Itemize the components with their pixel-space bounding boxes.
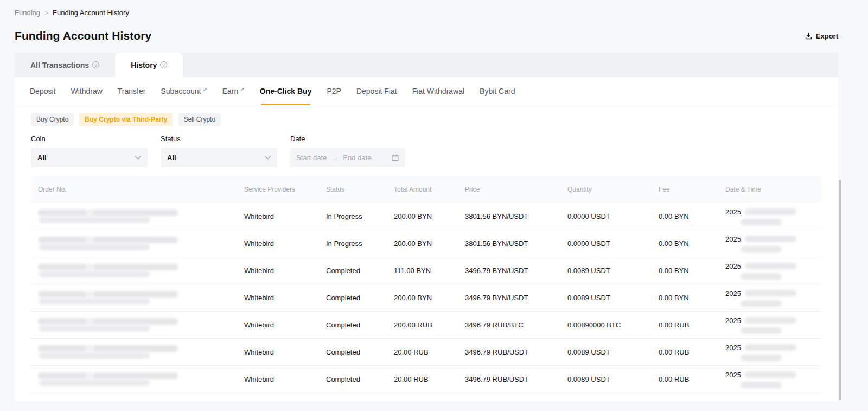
subtab-subaccount[interactable]: Subaccount	[161, 77, 207, 105]
order-no-cell	[31, 318, 237, 332]
price-cell: 3801.56 BYN/USDT	[458, 212, 560, 220]
date-filter: Date Start date → End date	[290, 135, 405, 167]
subtab-p2p[interactable]: P2P	[327, 77, 341, 105]
redacted-time	[741, 273, 782, 280]
redacted-order-no	[38, 209, 178, 224]
redacted-date	[745, 344, 796, 351]
provider-cell: Whitebird	[237, 239, 319, 248]
status-select-value: All	[167, 154, 176, 162]
fee-cell: 0.00 RUB	[652, 375, 718, 383]
table-header-row: Order No.Service ProvidersStatusTotal Am…	[31, 176, 822, 203]
date-year: 2025	[725, 262, 741, 270]
subtab-transfer[interactable]: Transfer	[118, 77, 146, 105]
quantity-cell: 0.0000 USDT	[560, 212, 652, 220]
export-button[interactable]: Export	[805, 32, 838, 40]
redacted-bar	[38, 210, 178, 216]
main-tab-bar: All Transactions History	[15, 53, 838, 77]
table-row: WhitebirdCompleted200.00 BYN3496.79 BYN/…	[31, 284, 822, 312]
column-header-total-amount: Total Amount	[387, 186, 458, 193]
subtab-fiat-withdrawal[interactable]: Fiat Withdrawal	[412, 77, 464, 105]
redacted-order-no	[38, 236, 178, 251]
status-filter: Status All	[161, 135, 277, 167]
top-bar: Funding Funding Account History Funding …	[0, 0, 868, 44]
subtab-withdraw[interactable]: Withdraw	[71, 77, 102, 105]
date-time-cell: 2025	[718, 317, 822, 334]
subtab-deposit[interactable]: Deposit	[30, 77, 55, 105]
subtab-bybit-card[interactable]: Bybit Card	[480, 77, 515, 105]
status-cell: Completed	[319, 267, 387, 275]
redacted-date	[745, 371, 796, 378]
chip-buy-crypto-via-third-party[interactable]: Buy Crypto via Third-Party	[79, 113, 173, 126]
redacted-order-no	[38, 345, 178, 359]
date-time-cell: 2025	[718, 371, 822, 388]
info-icon[interactable]	[160, 61, 167, 68]
coin-filter: Coin All	[31, 135, 148, 167]
price-cell: 3496.79 RUB/BTC	[458, 321, 560, 329]
date-time-cell: 2025	[718, 344, 822, 361]
date-line: 2025	[725, 371, 822, 379]
subtab-earn[interactable]: Earn	[222, 77, 245, 105]
status-select[interactable]: All	[161, 148, 277, 167]
status-cell: In Progress	[319, 239, 387, 248]
breadcrumb: Funding Funding Account History	[15, 9, 838, 17]
column-header-service-providers: Service Providers	[237, 186, 319, 193]
redacted-order-no	[38, 318, 178, 332]
subtab-label: One-Click Buy	[260, 87, 312, 96]
total-amount-cell: 200.00 BYN	[387, 212, 458, 220]
order-no-cell	[31, 290, 237, 305]
subtab-label: Bybit Card	[480, 87, 515, 96]
quantity-cell: 0.0089 USDT	[560, 267, 652, 275]
table-body: WhitebirdIn Progress200.00 BYN3801.56 BY…	[31, 203, 822, 393]
redacted-bar	[39, 380, 150, 386]
export-label: Export	[816, 32, 838, 40]
page-title: Funding Account History	[15, 29, 151, 42]
history-subnav: DepositWithdrawTransferSubaccountEarnOne…	[15, 77, 838, 105]
order-no-cell	[31, 345, 237, 359]
price-cell: 3496.79 RUB/USDT	[458, 348, 560, 356]
download-icon	[805, 32, 813, 40]
redacted-time	[741, 219, 782, 225]
subtab-label: Deposit Fiat	[356, 87, 397, 96]
info-icon[interactable]	[92, 61, 99, 68]
calendar-icon[interactable]	[391, 154, 399, 162]
filter-chips: Buy CryptoBuy Crypto via Third-PartySell…	[31, 113, 838, 126]
start-date-placeholder[interactable]: Start date	[296, 154, 327, 162]
total-amount-cell: 20.00 RUB	[387, 348, 458, 356]
coin-select[interactable]: All	[31, 148, 148, 167]
price-cell: 3496.79 BYN/USDT	[458, 267, 560, 275]
column-header-fee: Fee	[652, 186, 718, 193]
column-header-date-time: Date & Time	[718, 186, 822, 193]
column-header-quantity: Quantity	[560, 186, 652, 193]
redacted-time	[741, 327, 782, 334]
redacted-bar	[39, 244, 150, 250]
date-line: 2025	[725, 289, 822, 298]
vertical-scrollbar[interactable]	[839, 180, 841, 400]
date-time-cell: 2025	[718, 235, 822, 252]
tab-all-transactions[interactable]: All Transactions	[15, 53, 115, 77]
quantity-cell: 0.0000 USDT	[560, 239, 652, 248]
external-link-icon	[240, 86, 244, 92]
subtab-deposit-fiat[interactable]: Deposit Fiat	[356, 77, 397, 105]
end-date-placeholder[interactable]: End date	[343, 154, 371, 162]
provider-cell: Whitebird	[237, 212, 319, 220]
tab-history[interactable]: History	[115, 53, 183, 77]
column-header-status: Status	[319, 186, 387, 193]
price-cell: 3801.56 BYN/USDT	[458, 239, 560, 248]
price-cell: 3496.79 RUB/USDT	[458, 375, 560, 383]
chip-sell-crypto[interactable]: Sell Crypto	[178, 113, 221, 126]
external-link-icon	[202, 86, 207, 92]
redacted-bar	[38, 345, 178, 352]
subtab-one-click-buy[interactable]: One-Click Buy	[260, 77, 312, 105]
breadcrumb-funding[interactable]: Funding	[15, 9, 40, 17]
order-no-cell	[31, 263, 237, 278]
fee-cell: 0.00 BYN	[652, 294, 718, 302]
breadcrumb-current: Funding Account History	[53, 9, 129, 17]
subtab-label: Transfer	[118, 87, 146, 96]
redacted-bar	[39, 217, 150, 223]
chip-buy-crypto[interactable]: Buy Crypto	[31, 113, 74, 126]
date-line: 2025	[725, 344, 822, 352]
date-range-picker[interactable]: Start date → End date	[290, 148, 405, 167]
status-cell: Completed	[319, 294, 387, 302]
order-no-cell	[31, 209, 237, 224]
redacted-date	[745, 208, 796, 215]
